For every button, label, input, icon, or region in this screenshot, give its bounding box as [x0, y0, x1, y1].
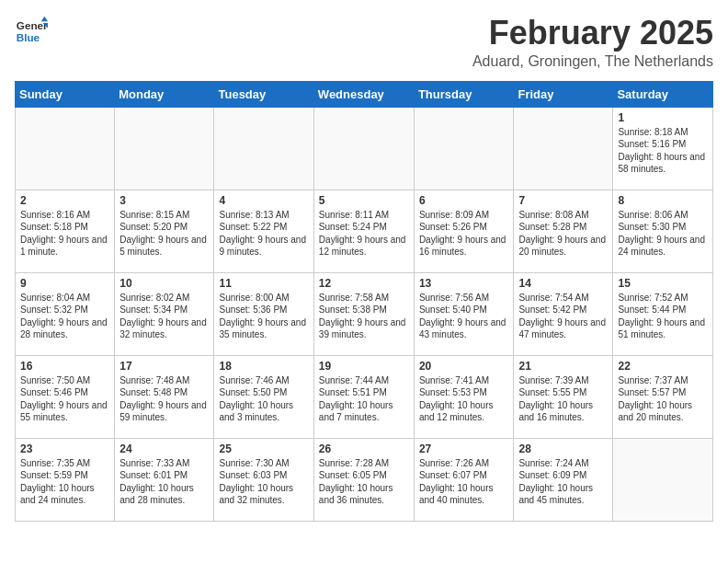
weekday-header-monday: Monday: [115, 81, 214, 107]
day-info: Sunrise: 7:39 AM Sunset: 5:55 PM Dayligh…: [518, 374, 608, 424]
day-number: 9: [20, 277, 109, 290]
weekday-header-sunday: Sunday: [16, 81, 115, 107]
day-number: 23: [20, 442, 109, 455]
calendar-cell: [414, 107, 514, 190]
logo-icon: General Blue: [15, 15, 48, 48]
day-info: Sunrise: 8:06 AM Sunset: 5:30 PM Dayligh…: [618, 209, 708, 259]
calendar-cell: 12Sunrise: 7:58 AM Sunset: 5:38 PM Dayli…: [313, 272, 414, 355]
day-number: 1: [618, 111, 708, 124]
day-info: Sunrise: 7:37 AM Sunset: 5:57 PM Dayligh…: [618, 374, 708, 424]
day-info: Sunrise: 8:02 AM Sunset: 5:34 PM Dayligh…: [119, 292, 209, 341]
weekday-header-thursday: Thursday: [414, 81, 514, 107]
logo: General Blue: [15, 15, 48, 48]
location-subtitle: Aduard, Groningen, The Netherlands: [472, 53, 713, 70]
weekday-header-friday: Friday: [514, 81, 613, 107]
week-row-4: 16Sunrise: 7:50 AM Sunset: 5:46 PM Dayli…: [16, 355, 713, 438]
calendar-cell: 24Sunrise: 7:33 AM Sunset: 6:01 PM Dayli…: [115, 438, 214, 521]
weekday-header-row: SundayMondayTuesdayWednesdayThursdayFrid…: [16, 81, 713, 107]
calendar-cell: 13Sunrise: 7:56 AM Sunset: 5:40 PM Dayli…: [414, 272, 514, 355]
calendar-cell: 10Sunrise: 8:02 AM Sunset: 5:34 PM Dayli…: [115, 272, 214, 355]
day-number: 11: [219, 277, 308, 290]
calendar-cell: 18Sunrise: 7:46 AM Sunset: 5:50 PM Dayli…: [214, 355, 313, 438]
day-number: 27: [419, 442, 509, 455]
day-number: 2: [20, 194, 109, 207]
calendar-cell: 4Sunrise: 8:13 AM Sunset: 5:22 PM Daylig…: [214, 190, 313, 272]
day-info: Sunrise: 8:09 AM Sunset: 5:26 PM Dayligh…: [419, 209, 509, 259]
day-info: Sunrise: 8:13 AM Sunset: 5:22 PM Dayligh…: [219, 209, 308, 259]
day-info: Sunrise: 8:08 AM Sunset: 5:28 PM Dayligh…: [518, 209, 608, 259]
calendar-cell: 17Sunrise: 7:48 AM Sunset: 5:48 PM Dayli…: [115, 355, 214, 438]
day-info: Sunrise: 8:16 AM Sunset: 5:18 PM Dayligh…: [20, 209, 109, 259]
day-number: 4: [219, 194, 308, 207]
calendar-cell: 3Sunrise: 8:15 AM Sunset: 5:20 PM Daylig…: [115, 190, 214, 272]
weekday-header-saturday: Saturday: [613, 81, 713, 107]
day-number: 26: [319, 442, 409, 455]
calendar-cell: 15Sunrise: 7:52 AM Sunset: 5:44 PM Dayli…: [613, 272, 713, 355]
day-info: Sunrise: 7:52 AM Sunset: 5:44 PM Dayligh…: [618, 292, 708, 341]
calendar-cell: [16, 107, 115, 190]
day-info: Sunrise: 7:33 AM Sunset: 6:01 PM Dayligh…: [119, 457, 209, 507]
day-number: 22: [618, 360, 708, 373]
day-number: 6: [419, 194, 509, 207]
calendar-cell: [514, 107, 613, 190]
svg-text:Blue: Blue: [17, 31, 40, 43]
calendar-cell: 21Sunrise: 7:39 AM Sunset: 5:55 PM Dayli…: [514, 355, 613, 438]
day-info: Sunrise: 7:30 AM Sunset: 6:03 PM Dayligh…: [219, 457, 308, 507]
day-info: Sunrise: 8:00 AM Sunset: 5:36 PM Dayligh…: [219, 292, 308, 341]
day-number: 20: [419, 360, 509, 373]
calendar-cell: 1Sunrise: 8:18 AM Sunset: 5:16 PM Daylig…: [613, 107, 713, 190]
calendar-cell: 9Sunrise: 8:04 AM Sunset: 5:32 PM Daylig…: [16, 272, 115, 355]
day-info: Sunrise: 7:26 AM Sunset: 6:07 PM Dayligh…: [419, 457, 509, 507]
week-row-3: 9Sunrise: 8:04 AM Sunset: 5:32 PM Daylig…: [16, 272, 713, 355]
weekday-header-tuesday: Tuesday: [214, 81, 313, 107]
day-number: 10: [119, 277, 209, 290]
day-number: 19: [319, 360, 409, 373]
day-number: 25: [219, 442, 308, 455]
day-number: 14: [518, 277, 608, 290]
calendar-cell: [313, 107, 414, 190]
day-number: 8: [618, 194, 708, 207]
day-number: 18: [219, 360, 308, 373]
calendar-cell: 5Sunrise: 8:11 AM Sunset: 5:24 PM Daylig…: [313, 190, 414, 272]
day-number: 3: [119, 194, 209, 207]
day-info: Sunrise: 7:48 AM Sunset: 5:48 PM Dayligh…: [119, 374, 209, 424]
calendar-cell: 2Sunrise: 8:16 AM Sunset: 5:18 PM Daylig…: [16, 190, 115, 272]
calendar-cell: 26Sunrise: 7:28 AM Sunset: 6:05 PM Dayli…: [313, 438, 414, 521]
calendar-cell: 11Sunrise: 8:00 AM Sunset: 5:36 PM Dayli…: [214, 272, 313, 355]
page-header: General Blue February 2025 Aduard, Groni…: [15, 15, 713, 70]
day-info: Sunrise: 7:44 AM Sunset: 5:51 PM Dayligh…: [319, 374, 409, 424]
day-number: 16: [20, 360, 109, 373]
calendar-cell: [613, 438, 713, 521]
calendar-cell: 16Sunrise: 7:50 AM Sunset: 5:46 PM Dayli…: [16, 355, 115, 438]
calendar-cell: [214, 107, 313, 190]
day-number: 7: [518, 194, 608, 207]
day-number: 15: [618, 277, 708, 290]
title-block: February 2025 Aduard, Groningen, The Net…: [472, 15, 713, 70]
day-info: Sunrise: 7:50 AM Sunset: 5:46 PM Dayligh…: [20, 374, 109, 424]
day-info: Sunrise: 7:41 AM Sunset: 5:53 PM Dayligh…: [419, 374, 509, 424]
day-info: Sunrise: 8:18 AM Sunset: 5:16 PM Dayligh…: [618, 126, 708, 176]
day-number: 21: [518, 360, 608, 373]
day-info: Sunrise: 7:46 AM Sunset: 5:50 PM Dayligh…: [219, 374, 308, 424]
calendar-cell: 8Sunrise: 8:06 AM Sunset: 5:30 PM Daylig…: [613, 190, 713, 272]
calendar-cell: 22Sunrise: 7:37 AM Sunset: 5:57 PM Dayli…: [613, 355, 713, 438]
calendar-cell: 20Sunrise: 7:41 AM Sunset: 5:53 PM Dayli…: [414, 355, 514, 438]
week-row-5: 23Sunrise: 7:35 AM Sunset: 5:59 PM Dayli…: [16, 438, 713, 521]
day-info: Sunrise: 8:04 AM Sunset: 5:32 PM Dayligh…: [20, 292, 109, 341]
day-info: Sunrise: 7:24 AM Sunset: 6:09 PM Dayligh…: [518, 457, 608, 507]
weekday-header-wednesday: Wednesday: [313, 81, 414, 107]
day-info: Sunrise: 7:58 AM Sunset: 5:38 PM Dayligh…: [319, 292, 409, 341]
calendar-cell: 23Sunrise: 7:35 AM Sunset: 5:59 PM Dayli…: [16, 438, 115, 521]
day-info: Sunrise: 7:28 AM Sunset: 6:05 PM Dayligh…: [319, 457, 409, 507]
calendar-cell: 7Sunrise: 8:08 AM Sunset: 5:28 PM Daylig…: [514, 190, 613, 272]
calendar-cell: 27Sunrise: 7:26 AM Sunset: 6:07 PM Dayli…: [414, 438, 514, 521]
day-number: 28: [518, 442, 608, 455]
day-number: 17: [119, 360, 209, 373]
calendar-table: SundayMondayTuesdayWednesdayThursdayFrid…: [15, 81, 713, 522]
day-number: 13: [419, 277, 509, 290]
day-info: Sunrise: 7:56 AM Sunset: 5:40 PM Dayligh…: [419, 292, 509, 341]
calendar-cell: 19Sunrise: 7:44 AM Sunset: 5:51 PM Dayli…: [313, 355, 414, 438]
calendar-cell: 25Sunrise: 7:30 AM Sunset: 6:03 PM Dayli…: [214, 438, 313, 521]
day-info: Sunrise: 7:35 AM Sunset: 5:59 PM Dayligh…: [20, 457, 109, 507]
month-title: February 2025: [472, 15, 713, 52]
